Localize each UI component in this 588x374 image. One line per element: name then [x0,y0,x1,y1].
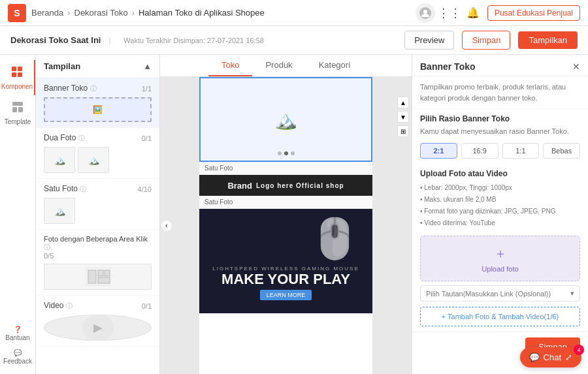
dot-1 [278,151,282,155]
right-panel: Banner Toko ✕ Tampilkan promo terbaik, p… [412,55,588,374]
left-sidebar: Komponen Template ❓ Bantuan 💬 Feedback [0,55,36,374]
gaming-mouse-banner: 🖱️ LIGHTSPEED WIRELESS GAMING MOUSE MAKE… [199,209,372,313]
banner-placeholder-icon: 🏔️ [274,109,297,131]
brand-bar: Brand Logo here Official shop [199,175,372,196]
right-panel-title: Banner Toko [420,61,476,72]
svg-rect-11 [98,270,103,276]
chat-icon: 💬 [529,352,540,362]
link-input[interactable]: Pilih Tautan(Masukkan Link (Opsional)) ▾ [420,285,580,302]
template-icon [11,101,24,117]
upload-spec-3: • Format foto yang diizinkan: JPG, JPEG,… [420,206,580,217]
component-name: Banner Toko ⓘ [44,84,97,93]
component-count-satu: 4/10 [138,185,152,193]
breadcrumb: Beranda › Dekorasi Toko › Halaman Toko d… [31,8,265,18]
right-panel-desc: Tampilkan promo terbaik, produk terlaris… [412,76,588,109]
component-count-area: 0/5 [44,252,54,260]
upload-icon: ＋ [494,245,507,262]
upload-box[interactable]: ＋ Upload foto [420,236,580,281]
gaming-text: LIGHTSPEED WIRELESS GAMING MOUSE MAKE YO… [206,266,366,300]
upload-spec-1: • Lebar: 2000px, Tinggi: 1000px [420,182,580,194]
phone-preview: Banner Toko 🏔️ Satu Foto [199,77,372,374]
svg-rect-13 [98,277,110,283]
svg-rect-7 [12,107,17,112]
svg-rect-2 [12,67,16,71]
component-satu-foto[interactable]: Satu Foto ⓘ 4/10 🏔️ [36,179,159,230]
close-panel-btn[interactable]: ✕ [572,61,580,72]
preview-scroll-buttons: ▲ ▼ ⊞ [397,97,409,137]
sidebar-item-template[interactable]: Template [0,95,35,131]
feedback-icon: 💬 [14,349,22,356]
svg-rect-6 [12,102,23,106]
thumb-left: 🏔️ [44,147,75,173]
scroll-down-btn[interactable]: ▼ [397,111,409,123]
tampilan-header: Tampilan ▲ [36,55,159,78]
komponen-label: Komponen [1,83,33,90]
learn-more-btn[interactable]: LEARN MORE [260,290,312,300]
toolbar-title: Dekorasi Toko Saat Ini [10,35,101,45]
dot-3 [291,151,295,155]
ratio-section-sub: Kamu dapat menyesuaikan rasio Banner Tok… [412,126,588,140]
breadcrumb-dekorasi[interactable]: Dekorasi Toko [74,8,128,18]
simpan-button[interactable]: Simpan [462,31,510,50]
tampilan-panel: Tampilan ▲ Banner Toko ⓘ 1/1 🖼️ Dua Foto… [36,55,160,374]
bantuan-icon: ❓ [14,326,22,333]
component-video[interactable]: Video ⓘ 0/1 ▶ [36,296,159,347]
upload-box-label: Upload foto [482,265,518,273]
brand-subtitle: Logo here Official shop [256,182,344,189]
ratio-btn-bebas[interactable]: Bebas [543,143,580,159]
tab-produk[interactable]: Produk [252,55,305,76]
feedback-item[interactable]: 💬 Feedback [0,345,35,369]
satu-foto-label-2: Satu Foto [199,196,372,209]
ratio-btn-1-1[interactable]: 1:1 [502,143,540,159]
tampilan-collapse-btn[interactable]: ▲ [143,61,152,71]
svg-rect-4 [12,72,16,77]
svg-rect-8 [18,107,23,112]
chat-expand-icon: ⤢ [565,352,572,362]
ratio-btn-2-1[interactable]: 2:1 [420,143,457,159]
tampilkan-button[interactable]: Tampilkan [518,31,578,49]
component-banner-toko[interactable]: Banner Toko ⓘ 1/1 🖼️ [36,78,159,128]
ratio-buttons: 2:1 16:9 1:1 Bebas [412,140,588,165]
svg-rect-3 [18,67,22,71]
tab-toko[interactable]: Toko [208,55,252,76]
profile-icon[interactable] [416,3,435,23]
preview-button[interactable]: Preview [404,31,454,50]
component-name-satu: Satu Foto ⓘ [44,184,86,194]
preview-tabs: Toko Produk Kategori [160,55,412,77]
scroll-action-btn[interactable]: ⊞ [397,125,409,137]
banner-selected-area: 🏔️ [199,77,372,162]
breadcrumb-home[interactable]: Beranda [31,8,63,18]
right-panel-bottom: Simpan [412,332,588,343]
svg-rect-5 [18,72,22,77]
component-name-dua: Dua Foto ⓘ [44,133,85,143]
bell-icon[interactable]: 🔔 [464,4,482,22]
component-count-dua: 0/1 [142,134,152,142]
chat-badge: 4 [574,345,584,355]
pusat-edukasi-button[interactable]: Pusat Edukasi Penjual [487,5,580,21]
apps-icon[interactable]: ⋮⋮ [440,4,459,22]
tab-kategori[interactable]: Kategori [306,55,363,76]
sidebar-item-komponen[interactable]: Komponen [0,60,35,95]
tampilan-title: Tampilan [44,61,80,71]
component-foto-area[interactable]: Foto dengan Beberapa Area Klik ⓘ 0/5 [36,230,159,296]
sidebar-bottom: ❓ Bantuan 💬 Feedback [0,322,35,374]
bantuan-label: Bantuan [5,334,29,341]
svg-point-1 [423,10,427,14]
component-name-video: Video ⓘ [44,301,73,311]
ratio-btn-16-9[interactable]: 16:9 [461,143,498,159]
preview-left-arrow[interactable]: ‹ [161,221,172,231]
scroll-up-btn[interactable]: ▲ [397,97,409,108]
brand-logo-text: Brand [227,181,252,191]
upload-spec-2: • Maks. ukuran file 2,0 MB [420,194,580,206]
add-video-btn[interactable]: + Tambah Foto & Tambah Video(1/6) [420,307,580,326]
center-preview: Toko Produk Kategori ‹ ▲ ▼ ⊞ Banner Toko… [160,55,412,374]
banner-dots [278,151,295,155]
component-dua-foto[interactable]: Dua Foto ⓘ 0/1 🏔️ 🏔️ [36,128,159,179]
svg-rect-12 [105,270,110,276]
chat-bubble[interactable]: 💬 Chat ⤢ 4 [520,347,581,367]
bantuan-item[interactable]: ❓ Bantuan [0,322,35,345]
upload-spec-4: • Video diterima: YouTube [420,217,580,229]
banner-toko-preview[interactable]: Banner Toko 🏔️ [199,77,372,162]
upload-section-title: Upload Foto atau Video [412,165,588,181]
top-navigation: S Beranda › Dekorasi Toko › Halaman Toko… [0,0,588,26]
